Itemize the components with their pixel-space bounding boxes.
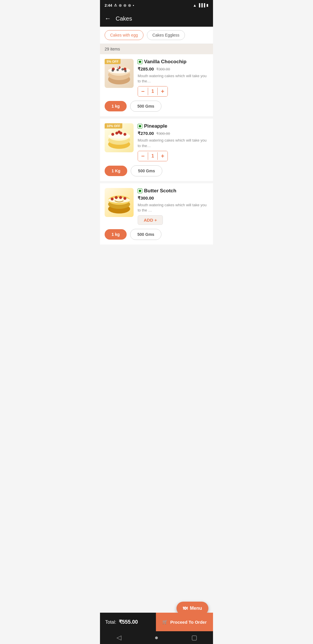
qty-value-pineapple: 1 xyxy=(148,152,158,160)
signal-icon: ▐▐▐ xyxy=(198,3,205,7)
size-500gms-butterscotch[interactable]: 500 Gms xyxy=(130,229,161,240)
veg-icon-pineapple xyxy=(138,124,142,129)
svg-point-29 xyxy=(123,197,126,200)
size-1kg-vanilla[interactable]: 1 kg xyxy=(105,101,127,111)
product-desc-pineapple: Mouth watering cakes which will take you… xyxy=(138,138,208,148)
size-row-butterscotch: 1 kg 500 Gms xyxy=(105,229,208,240)
product-card-pineapple: 10% OFF Pineapple ₹270.00 ₹300.00 Mouth … xyxy=(100,119,213,181)
svg-point-21 xyxy=(118,131,121,133)
status-dot: ● xyxy=(133,4,134,7)
qty-increase-pineapple[interactable]: + xyxy=(158,151,168,161)
svg-point-10 xyxy=(124,70,127,72)
veg-icon-butterscotch xyxy=(138,189,142,193)
price-current-butterscotch: ₹300.00 xyxy=(138,196,154,201)
veg-icon-vanilla xyxy=(138,59,142,64)
wifi-icon: ▲ xyxy=(193,3,197,8)
product-name-butterscotch: Butter Scotch xyxy=(144,188,176,194)
tabs-container: Cakes with egg Cakes Eggless xyxy=(100,27,213,44)
back-button[interactable]: ← xyxy=(105,15,111,22)
svg-point-27 xyxy=(115,196,118,199)
product-info-butterscotch: Butter Scotch ₹300.00 Mouth watering cak… xyxy=(138,188,208,225)
status-time: 2:44 xyxy=(105,3,112,8)
qty-control-vanilla: − 1 + xyxy=(138,86,168,97)
products-list: 5% OFF Vanilla Chocochip ₹285.00 ₹300.00… xyxy=(100,54,213,282)
discount-badge-vanilla: 5% OFF xyxy=(105,59,121,64)
page-title: Cakes xyxy=(116,15,132,22)
svg-point-7 xyxy=(112,69,114,72)
price-current-vanilla: ₹285.00 xyxy=(138,66,154,72)
product-image-wrap-pineapple: 10% OFF xyxy=(105,123,134,152)
battery-icon: ▮ xyxy=(206,3,208,7)
product-info-pineapple: Pineapple ₹270.00 ₹300.00 Mouth watering… xyxy=(138,123,208,161)
svg-point-20 xyxy=(123,133,126,136)
svg-point-26 xyxy=(111,198,114,200)
items-count: 29 items xyxy=(100,44,213,54)
qty-value-vanilla: 1 xyxy=(148,88,158,95)
product-image-wrap-vanilla: 5% OFF xyxy=(105,59,134,88)
qty-decrease-pineapple[interactable]: − xyxy=(138,151,148,161)
product-card-vanilla-chocochip: 5% OFF Vanilla Chocochip ₹285.00 ₹300.00… xyxy=(100,54,213,116)
product-name-vanilla: Vanilla Chocochip xyxy=(144,59,186,65)
price-current-pineapple: ₹270.00 xyxy=(138,131,154,136)
size-500gms-pineapple[interactable]: 500 Gms xyxy=(131,165,162,176)
svg-point-17 xyxy=(111,133,114,136)
size-1kg-pineapple[interactable]: 1 Kg xyxy=(105,166,127,176)
product-desc-vanilla: Mouth watering cakes which will take you… xyxy=(138,73,208,84)
status-icon-3: ◎ xyxy=(128,3,131,7)
qty-decrease-vanilla[interactable]: − xyxy=(138,86,148,96)
qty-increase-vanilla[interactable]: + xyxy=(158,86,168,96)
product-name-pineapple: Pineapple xyxy=(144,123,167,129)
status-icon-2: ◎ xyxy=(123,3,126,7)
size-row-vanilla: 1 kg 500 Gms xyxy=(105,101,208,112)
size-1kg-butterscotch[interactable]: 1 kg xyxy=(105,229,127,240)
product-card-butterscotch: Butter Scotch ₹300.00 Mouth watering cak… xyxy=(100,183,213,245)
product-info-vanilla: Vanilla Chocochip ₹285.00 ₹300.00 Mouth … xyxy=(138,59,208,97)
price-original-pineapple: ₹300.00 xyxy=(156,131,170,136)
svg-point-9 xyxy=(121,68,124,70)
svg-point-8 xyxy=(117,69,119,71)
svg-point-28 xyxy=(119,196,122,199)
qty-control-pineapple: − 1 + xyxy=(138,151,168,161)
discount-badge-pineapple: 10% OFF xyxy=(105,123,122,129)
size-row-pineapple: 1 Kg 500 Gms xyxy=(105,165,208,176)
product-image-butterscotch xyxy=(105,188,134,217)
back-arrow-icon: ← xyxy=(105,15,111,22)
add-button-butterscotch[interactable]: ADD + xyxy=(138,215,163,225)
tab-cakes-with-egg[interactable]: Cakes with egg xyxy=(105,30,143,40)
alert-icon: ⚠ xyxy=(114,3,117,7)
price-original-vanilla: ₹300.00 xyxy=(156,67,170,71)
product-desc-butterscotch: Mouth watering cakes which will take you… xyxy=(138,202,208,213)
status-bar: 2:44 ⚠ ◎ ◎ ◎ ● ▲ ▐▐▐ ▮ xyxy=(100,0,213,10)
tab-cakes-eggless[interactable]: Cakes Eggless xyxy=(147,30,185,40)
header: ← Cakes xyxy=(100,10,213,27)
size-500gms-vanilla[interactable]: 500 Gms xyxy=(130,101,161,112)
product-image-wrap-butterscotch xyxy=(105,188,134,217)
status-icon-1: ◎ xyxy=(119,3,122,7)
